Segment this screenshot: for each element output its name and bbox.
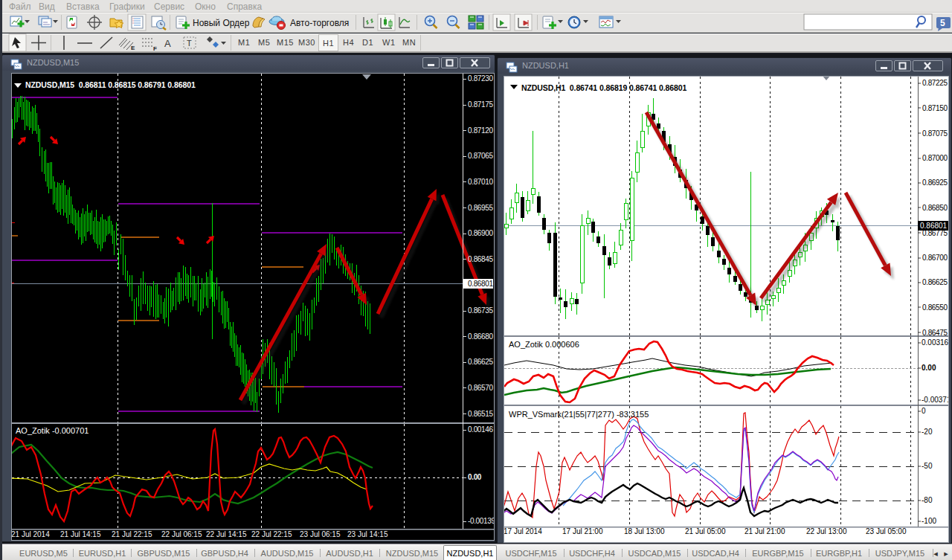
svg-text:0.86625: 0.86625 bbox=[468, 358, 493, 366]
svg-text:22 Jul 13:00: 22 Jul 13:00 bbox=[806, 527, 847, 535]
svg-text:0.86850: 0.86850 bbox=[922, 204, 948, 212]
svg-text:E: E bbox=[131, 45, 135, 51]
svg-text:18 Jul 13:00: 18 Jul 13:00 bbox=[624, 527, 665, 535]
svg-text:5: 5 bbox=[940, 18, 945, 28]
svg-text:T: T bbox=[187, 39, 192, 48]
svg-text:NZDUSD,M15 0.86811 0.86815 0.: NZDUSD,M15 0.86811 0.86815 0.86791 0.868… bbox=[25, 80, 196, 89]
svg-text:AO_Zotik 0.000606: AO_Zotik 0.000606 bbox=[509, 340, 579, 349]
svg-text:0.86900: 0.86900 bbox=[468, 229, 493, 237]
svg-text:21 Jul 22:15: 21 Jul 22:15 bbox=[112, 530, 152, 538]
svg-text:0.87175: 0.87175 bbox=[468, 100, 493, 109]
svg-text:AO_Zotik -0.000701: AO_Zotik -0.000701 bbox=[16, 426, 89, 435]
svg-text:21 Jul 14:15: 21 Jul 14:15 bbox=[60, 530, 101, 538]
svg-text:0.87075: 0.87075 bbox=[922, 129, 948, 138]
svg-text:21 Jul 05:00: 21 Jul 05:00 bbox=[685, 527, 726, 535]
svg-text:Авто-торговля: Авто-торговля bbox=[290, 18, 349, 28]
svg-text:0.87010: 0.87010 bbox=[468, 178, 493, 186]
svg-text:0.86801: 0.86801 bbox=[920, 222, 948, 230]
svg-text:17 Jul 21:00: 17 Jul 21:00 bbox=[562, 527, 603, 535]
svg-text:0.87120: 0.87120 bbox=[468, 126, 493, 135]
svg-text:22 Jul 06:15: 22 Jul 06:15 bbox=[161, 530, 202, 538]
svg-text:17 Jul 2014: 17 Jul 2014 bbox=[504, 527, 542, 535]
svg-text:0: 0 bbox=[922, 407, 926, 415]
svg-text:NZDUSD,H1 0.86741 0.86819 0.8: NZDUSD,H1 0.86741 0.86819 0.86741 0.8680… bbox=[521, 83, 687, 92]
svg-text:22 Jul 22:15: 22 Jul 22:15 bbox=[251, 530, 292, 538]
svg-text:23 Jul 05:00: 23 Jul 05:00 bbox=[866, 527, 907, 535]
svg-text:F: F bbox=[153, 45, 157, 52]
svg-text:-100: -100 bbox=[922, 517, 936, 525]
svg-text:0.87000: 0.87000 bbox=[922, 154, 948, 162]
svg-text:0.87150: 0.87150 bbox=[922, 104, 948, 112]
svg-text:Новый Ордер: Новый Ордер bbox=[193, 18, 250, 28]
svg-text:0.003163: 0.003163 bbox=[922, 338, 948, 347]
svg-text:-20: -20 bbox=[922, 428, 933, 436]
svg-text:21 Jul 21:00: 21 Jul 21:00 bbox=[744, 527, 785, 535]
svg-text:0.86700: 0.86700 bbox=[922, 254, 948, 262]
svg-text:-0.00371: -0.00371 bbox=[922, 396, 948, 404]
svg-text:-50: -50 bbox=[922, 462, 933, 470]
svg-text:0.86475: 0.86475 bbox=[922, 329, 948, 337]
svg-text:0.86925: 0.86925 bbox=[922, 178, 948, 187]
svg-text:0.86680: 0.86680 bbox=[468, 332, 493, 341]
svg-text:0.00146: 0.00146 bbox=[468, 425, 493, 434]
svg-text:WPR_VSmark(21|55|77|277) -83.3: WPR_VSmark(21|55|77|277) -83.3155 bbox=[509, 410, 649, 419]
svg-text:0.86735: 0.86735 bbox=[468, 306, 493, 315]
svg-text:0.86625: 0.86625 bbox=[922, 278, 948, 286]
svg-text:23 Jul 06:15: 23 Jul 06:15 bbox=[300, 530, 341, 538]
svg-text:-80: -80 bbox=[922, 496, 933, 504]
svg-text:22 Jul 14:15: 22 Jul 14:15 bbox=[206, 530, 247, 538]
svg-text:21 Jul 2014: 21 Jul 2014 bbox=[12, 530, 50, 538]
svg-text:0.86515: 0.86515 bbox=[468, 410, 493, 418]
svg-text:0.86550: 0.86550 bbox=[922, 303, 948, 312]
svg-text:0.86570: 0.86570 bbox=[468, 384, 493, 392]
svg-text:0.86801: 0.86801 bbox=[468, 280, 493, 288]
svg-text:0.00: 0.00 bbox=[468, 473, 482, 481]
svg-text:-0.00139: -0.00139 bbox=[468, 517, 494, 525]
svg-text:0.87230: 0.87230 bbox=[468, 74, 493, 83]
svg-text:A: A bbox=[164, 38, 171, 49]
svg-text:0.00: 0.00 bbox=[922, 364, 936, 372]
svg-text:0.86955: 0.86955 bbox=[468, 204, 493, 212]
svg-text:0.86845: 0.86845 bbox=[468, 255, 493, 263]
svg-text:0.87225: 0.87225 bbox=[922, 79, 948, 87]
svg-text:0.87065: 0.87065 bbox=[468, 152, 493, 160]
svg-text:23 Jul 14:15: 23 Jul 14:15 bbox=[347, 530, 388, 538]
